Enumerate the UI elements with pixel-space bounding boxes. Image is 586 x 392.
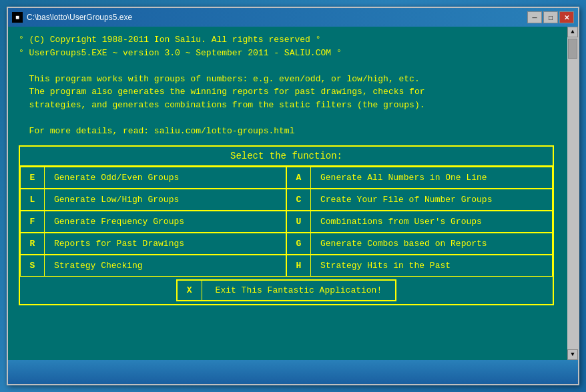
menu-label-H: Strategy Hits in the Past: [311, 255, 460, 276]
details-line: For more details, read: saliu.com/lotto-…: [19, 125, 554, 138]
close-button[interactable]: ✕: [559, 11, 574, 23]
menu-item-L[interactable]: L Generate Low/High Groups: [20, 189, 286, 211]
header-text: ° (C) Copyright 1988-2011 Ion Saliu. All…: [19, 33, 567, 137]
title-bar-left: ■ C:\bas\lotto\UserGroups5.exe: [12, 12, 132, 23]
exit-label: Exit This Fantastic Application!: [202, 281, 396, 300]
menu-label-E: Generate Odd/Even Groups: [45, 167, 188, 188]
version-line: ° UserGroups5.EXE ~ version 3.0 ~ Septem…: [19, 47, 554, 60]
window-title: C:\bas\lotto\UserGroups5.exe: [27, 13, 132, 22]
menu-key-S: S: [21, 255, 45, 276]
menu-item-F[interactable]: F Generate Frequency Groups: [20, 211, 286, 233]
menu-label-G: Generate Combos based on Reports: [311, 233, 497, 254]
menu-header: Select the function:: [20, 147, 553, 167]
copyright-line: ° (C) Copyright 1988-2011 Ion Saliu. All…: [19, 33, 554, 47]
minimize-button[interactable]: ─: [527, 11, 542, 23]
scroll-down-arrow[interactable]: ▼: [567, 349, 578, 360]
menu-item-C[interactable]: C Create Your File of Number Groups: [286, 189, 553, 211]
menu-key-F: F: [21, 211, 45, 232]
menu-label-A: Generate All Numbers in One Line: [311, 167, 497, 188]
menu-key-R: R: [21, 233, 45, 254]
window-icon: ■: [12, 12, 23, 23]
menu-item-H[interactable]: H Strategy Hits in the Past: [286, 255, 553, 277]
desc-line3: strategies, and generates combinations f…: [19, 99, 554, 112]
menu-key-G: G: [287, 233, 311, 254]
menu-item-E[interactable]: E Generate Odd/Even Groups: [20, 167, 286, 189]
blank-line1: [19, 59, 554, 73]
scroll-up-arrow[interactable]: ▲: [567, 27, 578, 37]
exit-item[interactable]: X Exit This Fantastic Application!: [176, 279, 396, 301]
title-bar-buttons: ─ □ ✕: [527, 11, 574, 23]
menu-label-S: Strategy Checking: [45, 255, 152, 276]
menu-label-L: Generate Low/High Groups: [45, 189, 188, 210]
scrollbar[interactable]: ▲ ▼: [567, 27, 578, 360]
content-area: ° (C) Copyright 1988-2011 Ion Saliu. All…: [8, 27, 578, 360]
menu-key-L: L: [21, 189, 45, 210]
menu-grid: E Generate Odd/Even Groups A Generate Al…: [20, 167, 553, 277]
desc-line2: The program also generates the winning r…: [19, 85, 554, 99]
exit-key: X: [178, 281, 202, 300]
menu-key-U: U: [287, 211, 311, 232]
menu-label-C: Create Your File of Number Groups: [311, 189, 501, 210]
maximize-button[interactable]: □: [543, 11, 558, 23]
menu-key-E: E: [21, 167, 45, 188]
menu-item-U[interactable]: U Combinations from User's Groups: [286, 211, 553, 233]
menu-item-R[interactable]: R Reports for Past Drawings: [20, 233, 286, 255]
menu-table: Select the function: E Generate Odd/Even…: [19, 145, 554, 305]
menu-item-A[interactable]: A Generate All Numbers in One Line: [286, 167, 553, 189]
exit-row: X Exit This Fantastic Application!: [20, 277, 553, 304]
menu-label-F: Generate Frequency Groups: [45, 211, 194, 232]
menu-label-U: Combinations from User's Groups: [311, 211, 491, 232]
menu-key-A: A: [287, 167, 311, 188]
menu-key-C: C: [287, 189, 311, 210]
taskbar: [8, 360, 578, 384]
menu-item-G[interactable]: G Generate Combos based on Reports: [286, 233, 553, 255]
main-window: ■ C:\bas\lotto\UserGroups5.exe ─ □ ✕ ° (…: [7, 7, 579, 385]
title-bar: ■ C:\bas\lotto\UserGroups5.exe ─ □ ✕: [8, 8, 578, 27]
scroll-thumb[interactable]: [568, 39, 577, 59]
desc-line1: This program works with groups of number…: [19, 73, 554, 86]
menu-label-R: Reports for Past Drawings: [45, 233, 194, 254]
blank-line2: [19, 111, 554, 125]
menu-item-S[interactable]: S Strategy Checking: [20, 255, 286, 277]
menu-key-H: H: [287, 255, 311, 276]
